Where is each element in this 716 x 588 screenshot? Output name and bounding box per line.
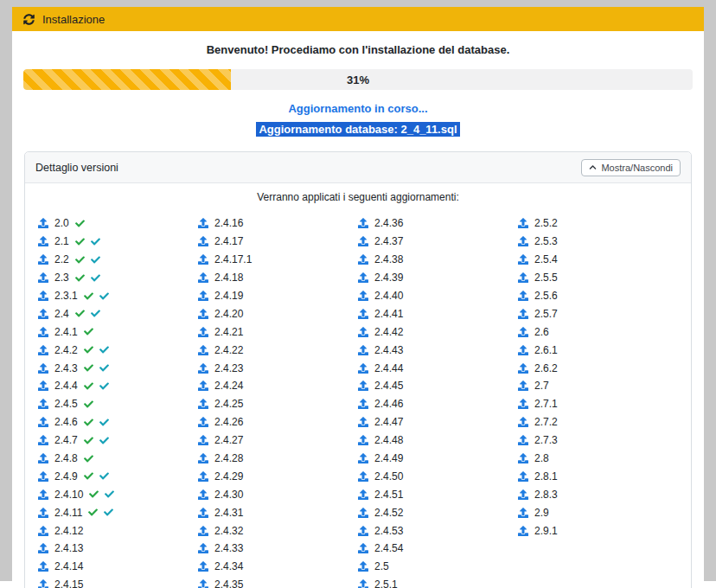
version-item: 2.5.5 <box>518 269 678 287</box>
version-label: 2.0 <box>54 217 69 229</box>
upload-icon <box>38 561 48 572</box>
version-item: 2.4.49 <box>358 450 518 468</box>
version-label: 2.4.38 <box>374 253 403 265</box>
version-label: 2.4.48 <box>374 434 403 446</box>
upload-icon <box>38 291 48 301</box>
version-item: 2.4.1 <box>38 323 198 341</box>
upload-icon <box>198 218 208 228</box>
check-icon <box>89 489 99 499</box>
version-item: 2.7 <box>518 377 678 395</box>
version-label: 2.4.51 <box>374 489 403 501</box>
version-label: 2.4.12 <box>54 525 83 537</box>
check-icon <box>91 273 100 283</box>
check-icon <box>75 255 85 265</box>
upload-icon <box>38 399 48 409</box>
versions-column: 2.4.162.4.172.4.17.12.4.182.4.192.4.202.… <box>198 214 358 588</box>
version-item: 2.4.11 <box>38 503 198 521</box>
version-item: 2.5.7 <box>518 304 678 323</box>
upload-icon <box>358 218 368 228</box>
upload-icon <box>358 526 368 536</box>
version-label: 2.4.32 <box>214 525 243 537</box>
version-item: 2.4.47 <box>358 413 518 431</box>
version-item: 2.4.18 <box>198 269 358 287</box>
version-label: 2.4.31 <box>214 507 243 519</box>
version-label: 2.4.43 <box>374 344 403 356</box>
progress-label: 31% <box>23 69 693 90</box>
version-label: 2.4.7 <box>54 434 78 446</box>
upload-icon <box>358 561 368 572</box>
version-item: 2.4.42 <box>358 323 518 341</box>
version-label: 2.4.27 <box>214 434 243 446</box>
upload-icon <box>518 508 528 518</box>
version-label: 2.4.37 <box>374 235 403 247</box>
upload-icon <box>198 399 208 409</box>
upload-icon <box>358 272 368 283</box>
version-label: 2.4.34 <box>214 560 243 572</box>
version-label: 2.4.41 <box>374 308 403 320</box>
upload-icon <box>518 471 528 482</box>
version-item: 2.4.13 <box>38 540 198 558</box>
status-text: Aggiornamento in corso... <box>23 102 693 115</box>
version-label: 2.5.2 <box>534 217 558 229</box>
upload-icon <box>198 508 208 518</box>
version-label: 2.5.7 <box>534 308 558 320</box>
version-item: 2.4.35 <box>198 576 358 588</box>
chevron-up-icon <box>589 163 597 171</box>
version-item: 2.4.16 <box>198 214 358 233</box>
version-label: 2.4.11 <box>54 507 82 519</box>
check-icon <box>84 471 93 481</box>
version-item: 2.5 <box>358 558 518 576</box>
version-item: 2.4.53 <box>358 521 518 540</box>
version-item: 2.5.3 <box>518 233 678 251</box>
check-icon <box>84 454 93 463</box>
upload-icon <box>358 579 368 588</box>
toggle-button-label: Mostra/Nascondi <box>601 163 673 173</box>
version-label: 2.4.17.1 <box>214 253 252 265</box>
upload-icon <box>38 309 48 319</box>
upload-icon <box>198 236 208 246</box>
upload-icon <box>198 345 208 355</box>
check-icon <box>99 381 109 391</box>
check-icon <box>91 237 100 246</box>
toggle-versions-button[interactable]: Mostra/Nascondi <box>581 159 681 176</box>
upload-icon <box>518 435 528 445</box>
version-label: 2.4.17 <box>214 235 243 247</box>
version-label: 2.4.10 <box>54 489 83 501</box>
version-label: 2.4.19 <box>214 290 243 302</box>
version-label: 2.4.6 <box>54 416 78 428</box>
current-update-line: Aggiornamento database: 2_4_11.sql <box>23 121 693 137</box>
upload-icon <box>358 508 368 518</box>
version-label: 2.7.3 <box>534 434 558 446</box>
version-item: 2.7.2 <box>518 413 678 431</box>
upload-icon <box>358 489 368 500</box>
version-item: 2.4.20 <box>198 304 358 323</box>
upload-icon <box>198 435 208 445</box>
version-item: 2.4.17.1 <box>198 251 358 269</box>
upload-icon <box>198 309 208 319</box>
upload-icon <box>358 453 368 463</box>
check-icon <box>104 508 113 517</box>
upload-icon <box>518 254 528 265</box>
upload-icon <box>358 327 368 337</box>
version-item: 2.4.37 <box>358 233 518 251</box>
versions-panel: Dettaglio versioni Mostra/Nascondi Verra… <box>24 151 692 588</box>
upload-icon <box>38 471 48 482</box>
version-item: 2.4.36 <box>358 214 518 233</box>
upload-icon <box>198 272 208 283</box>
upload-icon <box>198 543 208 553</box>
upload-icon <box>38 435 48 445</box>
version-label: 2.4.42 <box>374 326 403 338</box>
version-label: 2.6 <box>534 326 549 338</box>
upload-icon <box>518 327 528 337</box>
upload-icon <box>38 526 48 536</box>
upload-icon <box>358 380 368 391</box>
check-icon <box>91 255 100 265</box>
version-label: 2.4.54 <box>374 542 403 554</box>
versions-panel-header: Dettaglio versioni Mostra/Nascondi <box>25 152 691 183</box>
version-item: 2.6.2 <box>518 359 678 377</box>
version-item: 2.4.3 <box>38 359 198 377</box>
check-icon <box>99 418 109 427</box>
upload-icon <box>358 363 368 374</box>
version-label: 2.5 <box>374 560 389 572</box>
check-icon <box>99 363 109 373</box>
